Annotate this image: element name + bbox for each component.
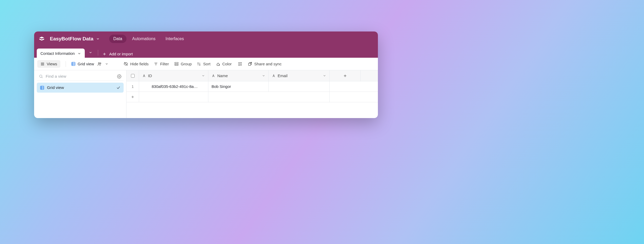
separator [66,61,66,67]
text-field-icon [272,74,276,78]
grid-icon [71,62,76,66]
nav-tab-data[interactable]: Data [109,35,126,43]
chevron-down-icon [77,52,81,55]
view-toolbar: Views Grid view Hide fields Filter G [34,58,378,70]
gear-icon[interactable] [117,74,122,79]
search-icon [39,74,43,78]
svg-rect-16 [175,64,178,65]
grid-icon [40,86,44,90]
grid-header-row: ID Name Email [126,70,378,81]
find-view-row [37,72,124,81]
svg-point-24 [40,75,42,77]
sidebar-view-label: Grid view [47,85,64,90]
group-icon [174,62,179,66]
separator [98,50,98,56]
paint-bucket-icon [216,62,220,66]
nav-tabs: Data Automations Interfaces [109,35,188,43]
current-view-name[interactable]: Grid view [71,62,109,66]
tables-list-dropdown[interactable] [85,47,96,58]
cell-name[interactable]: Bob Singor [208,81,269,92]
views-button[interactable]: Views [37,60,60,68]
nav-tab-automations[interactable]: Automations [128,35,160,43]
add-row[interactable] [126,92,378,102]
sort-button[interactable]: Sort [197,62,210,66]
add-column-button[interactable] [330,70,361,81]
text-field-icon [212,74,215,78]
column-header-id[interactable]: ID [139,70,208,81]
svg-point-9 [98,62,100,64]
add-or-import-label: Add or import [109,52,133,56]
find-view-input[interactable] [46,74,114,79]
app-title[interactable]: EasyBotFlow Data [50,36,100,42]
table-tab-active[interactable]: Contact Information [37,49,85,58]
svg-point-17 [219,65,219,65]
color-button[interactable]: Color [216,62,232,66]
hide-fields-button[interactable]: Hide fields [124,62,149,66]
data-grid: ID Name Email 1 830a [126,70,378,118]
add-row-button[interactable] [126,92,139,102]
chevron-down-icon[interactable] [323,74,326,77]
checkbox[interactable] [131,74,135,78]
share-sync-button[interactable]: Share and sync [248,62,282,66]
group-button[interactable]: Group [174,62,192,66]
plus-icon [102,52,107,56]
empty-cell[interactable] [208,92,330,102]
chevron-down-icon[interactable] [105,62,108,66]
sidebar-view-item[interactable]: Grid view [37,83,124,93]
plus-icon [343,74,347,78]
text-field-icon [142,74,146,78]
check-icon [116,86,120,90]
menu-icon [40,62,45,66]
row-height-icon [237,62,242,66]
svg-line-25 [42,77,43,78]
chevron-down-icon [96,37,100,41]
svg-rect-27 [40,86,44,89]
title-bar: EasyBotFlow Data Data Automations Interf… [34,31,378,46]
nav-tab-interfaces[interactable]: Interfaces [161,35,188,43]
column-header-name[interactable]: Name [208,70,269,81]
cell-email[interactable] [269,81,330,92]
row-height-button[interactable] [237,62,242,66]
row-number[interactable]: 1 [126,81,139,92]
app-logo-icon [39,36,45,42]
svg-point-26 [119,76,120,77]
chevron-down-icon[interactable] [202,74,205,77]
views-sidebar: Grid view [34,70,126,118]
chevron-down-icon[interactable] [262,74,265,77]
svg-point-10 [100,63,101,64]
table-row[interactable]: 1 830af035-63b2-491c-8a… Bob Singor [126,81,378,92]
app-title-text: EasyBotFlow Data [50,36,93,42]
table-tab-label: Contact Information [40,51,75,56]
svg-rect-15 [175,62,178,63]
plus-icon [131,95,135,99]
table-tab-bar: Contact Information Add or import [34,46,378,58]
content-body: Grid view ID Name [34,70,378,118]
app-window: EasyBotFlow Data Data Automations Interf… [34,31,378,118]
eye-off-icon [124,62,128,66]
column-header-email[interactable]: Email [269,70,330,81]
empty-cell[interactable] [139,92,208,102]
select-all-checkbox[interactable] [126,70,139,81]
chevron-down-icon [89,51,92,54]
filter-button[interactable]: Filter [154,62,169,66]
collaborators-icon[interactable] [97,62,102,66]
share-icon [248,62,252,66]
add-or-import-button[interactable]: Add or import [100,52,135,58]
cell-id[interactable]: 830af035-63b2-491c-8a… [139,81,208,92]
filter-icon [154,62,158,66]
svg-rect-5 [72,62,75,66]
sort-icon [197,62,201,66]
